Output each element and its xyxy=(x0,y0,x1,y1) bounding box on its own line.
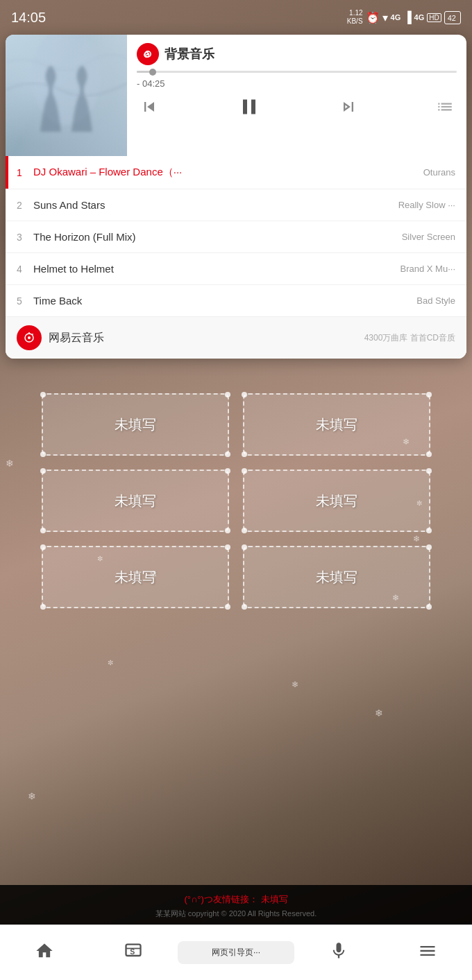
playlist-item-4[interactable]: 4 Helmet to Helmet Brand X Mu··· xyxy=(6,253,466,285)
corner-bl xyxy=(40,604,46,610)
grid-btn-label-4: 未填写 xyxy=(316,492,357,510)
netease-logo-area: ⊙ 背景音乐 xyxy=(137,43,457,65)
track-title-2: Suns And Stars xyxy=(33,199,398,211)
skip-back-button[interactable] xyxy=(140,97,159,117)
corner-bl xyxy=(40,452,46,457)
footer-link[interactable]: 未填写 xyxy=(261,894,288,904)
pause-button[interactable] xyxy=(237,94,262,119)
album-art-svg xyxy=(6,35,127,156)
corner-br xyxy=(426,452,432,457)
netease-logo: ⊙ xyxy=(137,43,159,65)
footer-logo xyxy=(17,325,42,350)
corner-tl xyxy=(242,392,247,397)
corner-tl xyxy=(40,468,46,474)
grid-btn-label-2: 未填写 xyxy=(316,415,357,434)
corner-bl xyxy=(242,528,247,533)
nav-item-home[interactable] xyxy=(0,941,89,965)
grid-btn-label-6: 未填写 xyxy=(316,568,357,587)
grid-container: 未填写 未填写 未填写 未填写 未填写 未填写 xyxy=(0,379,472,622)
track-num-1: 1 xyxy=(17,167,33,178)
alarm-icon: ⏰ xyxy=(366,11,380,24)
track-title-5: Time Back xyxy=(33,295,416,307)
network-speed: 1.12KB/S xyxy=(347,9,363,26)
home-icon xyxy=(35,941,54,965)
corner-bl xyxy=(242,604,247,610)
status-icons: 1.12KB/S ⏰ ▾ 4G ▐ 4G HD 42 xyxy=(347,9,461,26)
album-art xyxy=(6,35,127,156)
track-num-5: 5 xyxy=(17,295,33,307)
corner-br xyxy=(225,604,230,610)
pause-icon xyxy=(237,94,262,119)
nav-guide-label: 网页引导页··· xyxy=(212,947,260,958)
track-num-2: 2 xyxy=(17,200,33,211)
track-num-4: 4 xyxy=(17,264,33,275)
footer-logo-svg xyxy=(21,329,37,346)
corner-tl xyxy=(40,544,46,550)
corner-tr xyxy=(225,544,230,550)
playlist-item-5[interactable]: 5 Time Back Bad Style xyxy=(6,285,466,317)
corner-bl xyxy=(242,452,247,457)
player-info: ⊙ 背景音乐 - 04:25 xyxy=(127,35,466,156)
footer-friendship-line: (°∩°)つ友情链接： 未填写 xyxy=(0,893,472,906)
playlist-icon xyxy=(436,98,454,116)
track-artist-2: Really Slow ··· xyxy=(398,200,455,210)
grid-btn-2[interactable]: 未填写 xyxy=(243,393,430,456)
playlist-item-1[interactable]: 1 DJ Okawari – Flower Dance（··· Oturans xyxy=(6,156,466,189)
footer-slogan: 4300万曲库 首首CD音质 xyxy=(364,332,455,344)
signal-bars-icon: ▐ xyxy=(403,11,411,24)
progress-track xyxy=(137,71,457,73)
footer-logo-area: 网易云音乐 xyxy=(17,325,104,350)
grid-btn-3[interactable]: 未填写 xyxy=(42,470,229,532)
footer-prefix: (°∩°)つ友情链接： xyxy=(184,894,258,904)
playlist-button[interactable] xyxy=(436,98,454,116)
nav-item-menu[interactable] xyxy=(383,941,472,965)
nav-item-mic[interactable] xyxy=(294,941,383,965)
player-card: ⊙ 背景音乐 - 04:25 xyxy=(6,35,466,359)
status-bar: 14:05 1.12KB/S ⏰ ▾ 4G ▐ 4G HD 42 xyxy=(0,0,472,35)
grid-btn-label-1: 未填写 xyxy=(115,415,156,434)
svg-line-8 xyxy=(32,334,33,334)
track-title-1: DJ Okawari – Flower Dance（··· xyxy=(33,166,423,179)
page-footer: (°∩°)つ友情链接： 未填写 某某网站 copyright © 2020 Al… xyxy=(0,885,472,925)
progress-bar-container[interactable] xyxy=(137,71,457,73)
corner-tl xyxy=(242,468,247,474)
svg-point-6 xyxy=(28,336,31,339)
corner-br xyxy=(426,604,432,610)
track-num-3: 3 xyxy=(17,232,33,243)
nav-item-tab[interactable]: S xyxy=(89,941,178,965)
nav-item-guide[interactable]: 网页引导页··· xyxy=(178,941,294,964)
corner-br xyxy=(426,528,432,533)
playlist-item-3[interactable]: 3 The Horizon (Full Mix) Silver Screen xyxy=(6,221,466,253)
grid-btn-label-3: 未填写 xyxy=(115,492,156,510)
skip-forward-icon xyxy=(339,97,358,117)
track-artist-1: Oturans xyxy=(423,167,455,178)
playlist-item-2[interactable]: 2 Suns And Stars Really Slow ··· xyxy=(6,189,466,221)
corner-br xyxy=(225,528,230,533)
status-time: 14:05 xyxy=(11,10,46,26)
battery-icon: 42 xyxy=(444,11,461,24)
corner-bl xyxy=(40,528,46,533)
footer-app-name: 网易云音乐 xyxy=(49,331,104,345)
grid-btn-5[interactable]: 未填写 xyxy=(42,546,229,608)
player-footer: 网易云音乐 4300万曲库 首首CD音质 xyxy=(6,317,466,359)
grid-btn-4[interactable]: 未填写 xyxy=(243,470,430,532)
track-artist-5: Bad Style xyxy=(416,295,455,306)
hd-badge: HD xyxy=(427,13,441,22)
hamburger-icon xyxy=(418,941,437,965)
corner-tl xyxy=(40,392,46,397)
tab-icon: S xyxy=(124,941,143,965)
app-name: 背景音乐 xyxy=(165,46,214,62)
corner-br xyxy=(225,452,230,457)
player-controls xyxy=(137,94,457,119)
mic-icon xyxy=(329,941,348,965)
grid-btn-1[interactable]: 未填写 xyxy=(42,393,229,456)
corner-tr xyxy=(225,392,230,397)
progress-thumb xyxy=(149,69,156,76)
corner-tl xyxy=(242,544,247,550)
grid-btn-6[interactable]: 未填写 xyxy=(243,546,430,608)
player-time: - 04:25 xyxy=(137,78,457,89)
skip-back-icon xyxy=(140,97,159,117)
grid-btn-label-5: 未填写 xyxy=(115,568,156,587)
skip-forward-button[interactable] xyxy=(339,97,358,117)
track-artist-4: Brand X Mu··· xyxy=(401,264,455,274)
